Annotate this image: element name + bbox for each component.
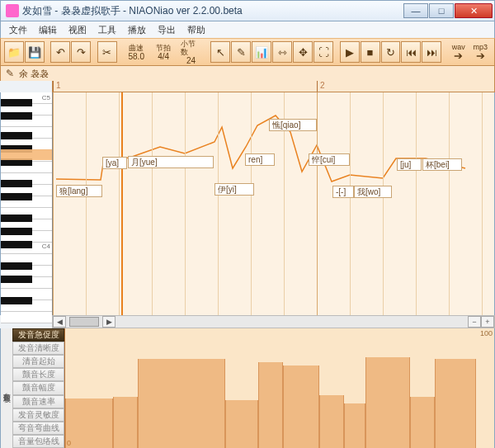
param-item-5[interactable]: 颤音速率: [12, 395, 64, 408]
connect-tool-button[interactable]: ⇿: [272, 41, 292, 63]
menu-1[interactable]: 编辑: [34, 22, 62, 38]
track-header: ✎ 余 袅袅: [0, 66, 495, 81]
window-maximize-button[interactable]: [429, 3, 454, 18]
ruler-marker: 2: [317, 81, 325, 92]
note[interactable]: 憔[qiao]: [269, 119, 317, 131]
save-button[interactable]: 💾: [25, 41, 45, 63]
pointer-tool-button[interactable]: ↖: [210, 41, 230, 63]
pencil-tool-button[interactable]: ✎: [231, 41, 251, 63]
scroll-right-button[interactable]: ▶: [102, 316, 116, 328]
play-button[interactable]: ▶: [340, 41, 360, 63]
zoom-in-button[interactable]: +: [481, 316, 494, 328]
editor-area: C5C4 狼[lang][ya]月[yue]伊[yi]ren]憔[qiao]悴[…: [0, 92, 495, 315]
param-bar[interactable]: [365, 357, 410, 448]
menu-0[interactable]: 文件: [4, 22, 32, 38]
barcount-display[interactable]: 小节数 24: [177, 40, 205, 65]
parameter-panel-label: 参数面板: [1, 328, 12, 448]
prev-button[interactable]: ⏮: [401, 41, 421, 63]
param-item-4[interactable]: 颤音幅度: [12, 381, 64, 394]
param-bar[interactable]: [410, 397, 435, 448]
param-item-1[interactable]: 发音清晰度: [12, 342, 64, 355]
param-item-2[interactable]: 清音起始: [12, 355, 64, 368]
parameter-list: 发音急促度发音清晰度清音起始颤音长度颤音幅度颤音速率发音灵敏度弯音弯曲线音量包络…: [12, 328, 64, 448]
move-tool-button[interactable]: ✥: [293, 41, 313, 63]
menu-4[interactable]: 播放: [123, 22, 151, 38]
note-canvas[interactable]: 狼[lang][ya]月[yue]伊[yi]ren]憔[qiao]悴[cui]-…: [53, 92, 494, 315]
horizontal-scrollbar[interactable]: ◀ ▶ − +: [52, 315, 495, 328]
playhead[interactable]: [121, 92, 123, 315]
parameter-canvas[interactable]: 100 0: [64, 328, 494, 448]
scroll-left-button[interactable]: ◀: [53, 316, 66, 328]
menu-6[interactable]: 帮助: [182, 22, 210, 38]
note[interactable]: [ju]: [397, 158, 422, 171]
cut-button[interactable]: ✂: [97, 41, 117, 63]
tempo-display[interactable]: 曲速 58.0: [123, 44, 149, 61]
param-bar[interactable]: [344, 403, 365, 448]
param-bar[interactable]: [435, 359, 476, 448]
parameter-panel: 参数面板 发音急促度发音清晰度清音起始颤音长度颤音幅度颤音速率发音灵敏度弯音弯曲…: [0, 328, 495, 448]
loop-button[interactable]: ↻: [381, 41, 401, 63]
note[interactable]: 悴[cui]: [309, 153, 350, 166]
param-item-3[interactable]: 颤音长度: [12, 368, 64, 381]
note[interactable]: [ya]: [102, 157, 127, 169]
param-item-6[interactable]: 发音灵敏度: [12, 408, 64, 422]
note[interactable]: 月[yue]: [128, 156, 214, 168]
piano-keyboard[interactable]: C5C4: [1, 92, 53, 315]
ruler-marker: 1: [53, 81, 61, 92]
param-bar[interactable]: [65, 398, 113, 448]
menu-5[interactable]: 导出: [153, 22, 181, 38]
singer-name[interactable]: 余 袅袅: [19, 68, 49, 80]
menubar: 文件编辑视图工具播放导出帮助: [0, 21, 495, 38]
param-bar[interactable]: [283, 365, 319, 448]
pen-icon: ✎: [6, 68, 14, 79]
fullscreen-button[interactable]: ⛶: [314, 41, 333, 63]
window-titlebar: 发如雪 - 袅袅虚拟歌手 - NIAONiao ver 2.2.00.beta: [0, 0, 495, 21]
window-title: 发如雪 - 袅袅虚拟歌手 - NIAONiao ver 2.2.00.beta: [22, 4, 403, 18]
note[interactable]: -[-]: [332, 186, 354, 198]
app-icon: [6, 4, 19, 17]
timeline-ruler[interactable]: 12: [52, 81, 495, 92]
param-bar[interactable]: [319, 395, 344, 448]
zoom-out-button[interactable]: −: [468, 316, 481, 328]
menu-2[interactable]: 视图: [64, 22, 92, 38]
note[interactable]: 杯[bei]: [422, 158, 462, 171]
param-item-8[interactable]: 音量包络线: [12, 435, 64, 448]
stop-button[interactable]: ■: [361, 41, 380, 63]
bars-tool-button[interactable]: 📊: [252, 41, 271, 63]
param-scale-top: 100: [480, 329, 493, 337]
menu-3[interactable]: 工具: [93, 22, 121, 38]
toolbar: 📁 💾 ↶ ↷ ✂ 曲速 58.0 节拍 4/4 小节数 24 ↖ ✎ 📊 ⇿ …: [0, 38, 495, 66]
param-bar[interactable]: [113, 397, 138, 448]
param-bar[interactable]: [225, 400, 258, 448]
window-minimize-button[interactable]: [403, 3, 428, 18]
param-item-0[interactable]: 发音急促度: [12, 328, 64, 342]
param-item-7[interactable]: 弯音弯曲线: [12, 422, 64, 435]
note[interactable]: 伊[yi]: [214, 183, 254, 196]
param-bar[interactable]: [138, 359, 225, 448]
next-button[interactable]: ⏭: [422, 41, 441, 63]
export-wav-button[interactable]: wav➔: [448, 44, 469, 61]
timesig-display[interactable]: 节拍 4/4: [150, 44, 177, 61]
param-bar[interactable]: [258, 362, 283, 448]
open-button[interactable]: 📁: [4, 41, 24, 63]
note[interactable]: 狼[lang]: [56, 185, 102, 197]
window-close-button[interactable]: [455, 3, 493, 18]
export-mp3-button[interactable]: mp3➔: [469, 44, 491, 61]
undo-button[interactable]: ↶: [50, 41, 70, 63]
note[interactable]: 我[wo]: [354, 186, 392, 198]
redo-button[interactable]: ↷: [71, 41, 91, 63]
scroll-thumb[interactable]: [69, 317, 99, 327]
note[interactable]: ren]: [245, 153, 275, 166]
